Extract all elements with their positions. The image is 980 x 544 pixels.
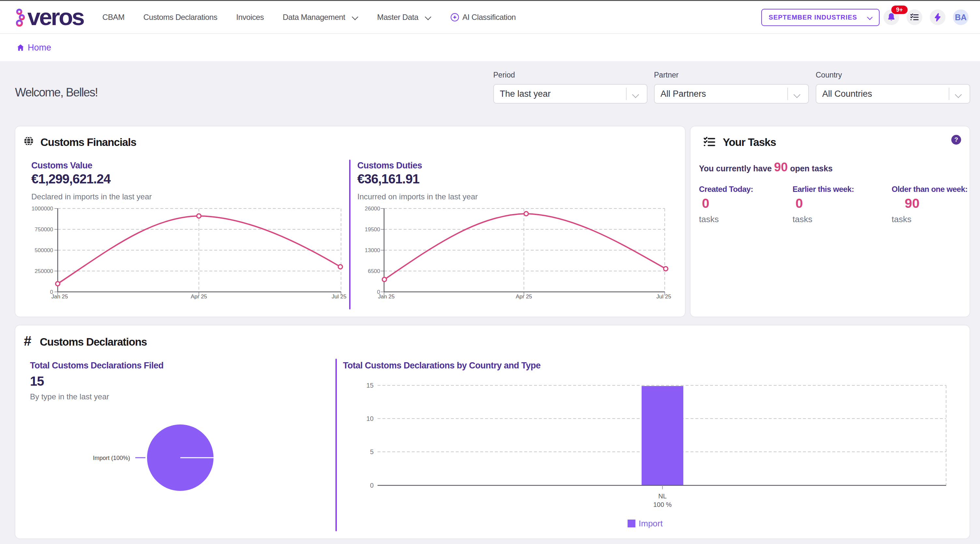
svg-text:15: 15 [366,382,374,389]
svg-text:750000: 750000 [35,227,53,233]
svg-text:Apr 25: Apr 25 [191,293,207,300]
svg-text:6500: 6500 [368,268,380,274]
svg-text:26000: 26000 [365,206,380,212]
svg-text:13000: 13000 [365,247,380,254]
svg-text:100 %: 100 % [653,501,672,508]
svg-text:10: 10 [366,415,374,422]
svg-text:1000000: 1000000 [32,206,53,212]
svg-text:Jul 25: Jul 25 [332,293,346,300]
svg-text:0: 0 [370,482,374,489]
svg-text:500000: 500000 [35,247,53,254]
svg-text:19500: 19500 [365,227,380,233]
svg-text:Jan 25: Jan 25 [51,293,68,300]
svg-text:Import: Import [639,519,663,528]
svg-text:5: 5 [370,448,374,455]
svg-text:Apr 25: Apr 25 [516,293,532,300]
svg-text:NL: NL [658,493,667,500]
svg-text:250000: 250000 [35,268,53,274]
svg-text:Import (100%): Import (100%) [93,455,130,461]
svg-text:Jan 25: Jan 25 [378,293,395,300]
svg-text:Jul 25: Jul 25 [656,293,671,300]
